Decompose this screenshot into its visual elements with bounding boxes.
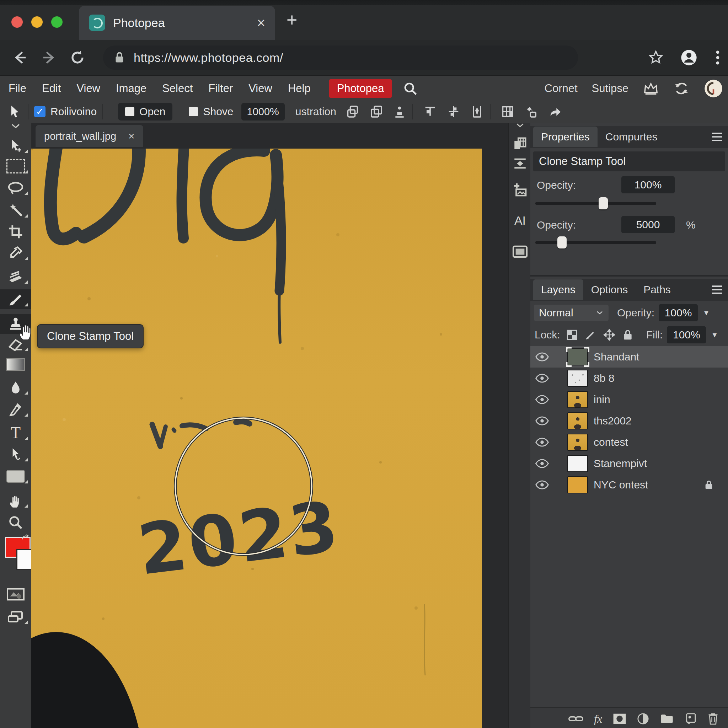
traffic-minimize-button[interactable] — [31, 16, 43, 28]
blur-tool-button[interactable] — [0, 378, 31, 398]
document-close-icon[interactable]: × — [128, 129, 135, 143]
copy-style-icon[interactable] — [369, 104, 383, 119]
opacity2-value[interactable]: 5000 — [621, 216, 674, 233]
layer-thumbnail[interactable] — [567, 434, 588, 451]
search-icon[interactable] — [402, 81, 418, 96]
shove-control[interactable]: Shove — [189, 106, 233, 118]
layer-thumbnail[interactable] — [567, 412, 588, 430]
tab-options[interactable]: Options — [583, 279, 636, 300]
address-bar[interactable]: https://www.photopea.com/ — [103, 46, 578, 70]
magic-wand-tool-button[interactable] — [0, 200, 31, 220]
layers-opacity-value[interactable]: 100% — [659, 304, 698, 321]
menu-item-filter[interactable]: Filter — [208, 82, 233, 95]
tab-close-icon[interactable]: × — [257, 16, 265, 30]
strip-collapse-button[interactable] — [509, 120, 531, 131]
document-tab[interactable]: portrait_wall.jpg × — [35, 125, 143, 147]
link-layers-icon[interactable] — [568, 714, 583, 724]
opacity1-value[interactable]: 100% — [621, 176, 674, 193]
opacity-dropdown-icon[interactable]: ▼ — [703, 309, 710, 317]
account-avatar-icon[interactable] — [704, 79, 723, 98]
lock-pixels-icon[interactable] — [584, 329, 596, 341]
tab-layers[interactable]: Layens — [533, 279, 583, 300]
frame-pen-icon[interactable] — [470, 104, 484, 119]
layer-row-ths2002[interactable]: ths2002 — [530, 410, 728, 431]
swap-colors-icon[interactable] — [21, 534, 30, 543]
move-tool-button[interactable] — [0, 136, 31, 156]
layer-mask-icon[interactable] — [613, 713, 626, 725]
adjustment-layer-icon[interactable] — [637, 713, 649, 725]
layer-row-contest[interactable]: contest — [530, 431, 728, 453]
visibility-eye-icon[interactable] — [535, 459, 549, 468]
redo-icon[interactable] — [548, 104, 563, 119]
new-layer-icon[interactable] — [685, 713, 697, 725]
duplicate-icon[interactable] — [346, 104, 360, 119]
zoom-value-field[interactable]: 1000% — [242, 103, 285, 121]
delete-layer-icon[interactable] — [707, 712, 719, 725]
layer-thumbnail[interactable] — [567, 455, 588, 472]
sync-icon[interactable] — [673, 80, 690, 97]
brush-tool-button[interactable] — [0, 289, 31, 309]
strip-add-image-button[interactable] — [509, 180, 531, 200]
kebab-menu-icon[interactable] — [714, 48, 722, 67]
layer-row-inin[interactable]: inin — [530, 389, 728, 410]
traffic-maximize-button[interactable] — [51, 16, 63, 28]
layer-style-fx-icon[interactable]: fx — [594, 712, 602, 725]
visibility-eye-icon[interactable] — [535, 352, 549, 361]
gradient-tool-button[interactable] — [0, 355, 31, 374]
open-button[interactable]: Open — [118, 103, 173, 121]
screen-mode-button[interactable] — [0, 607, 31, 627]
opacity2-slider[interactable] — [535, 241, 656, 244]
layer-thumbnail[interactable] — [567, 476, 588, 493]
menu-item-view2[interactable]: View — [248, 82, 272, 95]
shape-tool-button[interactable] — [0, 466, 31, 486]
lock-transparency-icon[interactable] — [566, 329, 578, 341]
healing-brush-tool-button[interactable] — [0, 267, 31, 286]
fill-dropdown-icon[interactable]: ▼ — [711, 331, 718, 339]
layer-thumbnail[interactable] — [567, 391, 588, 408]
premium-icon[interactable] — [643, 81, 659, 96]
opacity1-slider-thumb[interactable] — [599, 197, 608, 210]
path-select-tool-button[interactable] — [0, 444, 31, 464]
zoom-tool-button[interactable] — [0, 512, 31, 532]
marquee-select-tool-button[interactable] — [0, 156, 31, 176]
menu-item-view[interactable]: View — [76, 82, 100, 95]
layer-thumbnail[interactable] — [567, 370, 588, 387]
toolbar-collapse-button[interactable] — [0, 121, 31, 132]
tab-paths[interactable]: Paths — [636, 279, 679, 300]
canvas[interactable]: 2023 — [31, 148, 482, 728]
visibility-eye-icon[interactable] — [535, 416, 549, 425]
lock-all-icon[interactable] — [622, 329, 633, 341]
photopea-brand-badge[interactable]: Photopea — [329, 79, 392, 98]
strip-screen-button[interactable] — [509, 242, 531, 262]
opacity2-slider-thumb[interactable] — [557, 236, 567, 248]
lasso-tool-button[interactable] — [0, 178, 31, 198]
properties-menu-icon[interactable] — [711, 132, 723, 142]
align-middle-icon[interactable] — [447, 104, 461, 119]
blend-mode-select[interactable]: Normal — [534, 304, 609, 321]
strip-flatten-button[interactable] — [509, 154, 531, 173]
hand-tool-button[interactable] — [0, 491, 31, 511]
layer-thumbnail[interactable] — [567, 348, 588, 366]
opacity1-slider[interactable] — [535, 202, 656, 205]
tab-properties[interactable]: Properties — [533, 127, 598, 147]
antialias-checkbox[interactable]: ✓ — [34, 106, 46, 117]
layers-menu-icon[interactable] — [711, 284, 723, 295]
menu-item-image[interactable]: Image — [116, 82, 147, 95]
strip-panels-button[interactable] — [509, 134, 531, 154]
undo-icon[interactable] — [524, 104, 538, 119]
new-tab-button[interactable]: + — [286, 11, 297, 29]
quick-mask-button[interactable] — [0, 584, 31, 604]
lock-position-icon[interactable] — [603, 329, 616, 341]
type-tool-button[interactable]: T — [0, 423, 31, 443]
tab-compurtes[interactable]: Compurtes — [598, 127, 665, 147]
export-person-icon[interactable] — [392, 104, 407, 119]
menu-item-edit[interactable]: Edit — [42, 82, 61, 95]
back-icon[interactable] — [12, 49, 28, 66]
menu-item-file[interactable]: File — [9, 82, 26, 95]
layer-row-stanempivt[interactable]: Stanempivt — [530, 453, 728, 474]
align-top-icon[interactable] — [423, 104, 437, 119]
eyedropper-tool-button[interactable] — [0, 243, 31, 263]
menu-item-sutipse[interactable]: Sutipse — [592, 82, 629, 95]
layer-row-nyc-ontest[interactable]: NYC ontest — [530, 474, 728, 496]
crop-tool-button[interactable] — [0, 222, 31, 242]
